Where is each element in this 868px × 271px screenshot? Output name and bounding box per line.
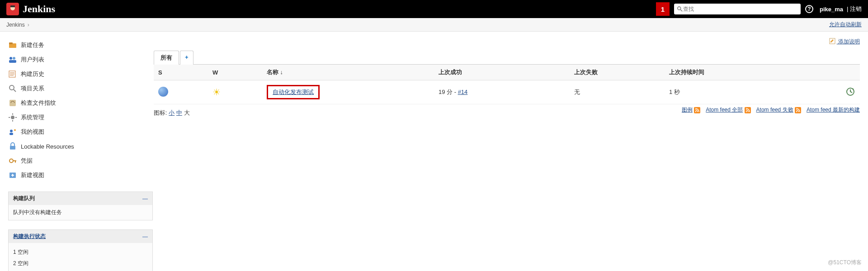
edit-icon <box>829 38 835 44</box>
add-description-link[interactable]: 添加说明 <box>829 38 860 45</box>
table-row: ☀ 自动化发布测试 19 分 - #14 无 1 秒 <box>154 80 860 104</box>
feed-latest[interactable]: Atom feed 最新的构建 <box>807 107 860 113</box>
creds-icon <box>8 156 17 165</box>
svg-rect-8 <box>9 60 16 63</box>
sidebar-task-label[interactable]: 检查文件指纹 <box>21 99 56 107</box>
executor-row: 1 空闲 <box>13 247 148 258</box>
sidebar-task-label[interactable]: 项目关系 <box>21 84 44 93</box>
sidebar-task[interactable]: 用户列表 <box>8 52 149 67</box>
last-success-cell: 19 分 - #14 <box>434 80 570 104</box>
feed-fail[interactable]: Atom feed 失败 <box>756 107 793 113</box>
tab-add-view[interactable]: + <box>180 51 193 65</box>
build-link[interactable]: #14 <box>458 89 468 95</box>
svg-point-33 <box>695 111 696 112</box>
build-queue-panel: 构建队列 — 队列中没有构建任务 <box>8 192 153 220</box>
search-input[interactable] <box>683 6 798 12</box>
highlight-box: 自动化发布测试 <box>267 85 320 99</box>
schedule-build-icon[interactable] <box>845 91 855 98</box>
icon-size-small[interactable]: 小 <box>169 109 175 116</box>
sidebar-task-label[interactable]: 用户列表 <box>21 56 44 64</box>
sidebar-task[interactable]: 我的视图 <box>8 125 149 139</box>
sidebar-task[interactable]: 检查文件指纹 <box>8 96 149 110</box>
col-duration[interactable]: 上次持续时间 <box>665 65 833 80</box>
sidebar-task-label[interactable]: 我的视图 <box>21 128 44 136</box>
collapse-icon[interactable]: — <box>142 196 148 202</box>
svg-rect-5 <box>9 42 13 44</box>
svg-point-7 <box>13 57 15 60</box>
sidebar-task-label[interactable]: 系统管理 <box>21 113 44 121</box>
duration-cell: 1 秒 <box>665 80 833 104</box>
svg-point-25 <box>9 159 13 163</box>
svg-rect-1 <box>10 5 15 7</box>
legend-link[interactable]: 图例 <box>682 107 693 113</box>
last-failure-cell: 无 <box>570 80 665 104</box>
svg-point-23 <box>14 129 16 131</box>
icon-size-picker: 图标: 小 中 大 <box>154 104 190 120</box>
executor-title[interactable]: 构建执行状态 <box>13 233 46 240</box>
executor-row: 2 空闲 <box>13 258 148 269</box>
sidebar-task-label[interactable]: Lockable Resources <box>21 143 74 150</box>
breadcrumb: Jenkins › 允许自动刷新 <box>0 18 868 32</box>
sidebar-task[interactable]: 系统管理 <box>8 110 149 125</box>
col-last-failure[interactable]: 上次失败 <box>570 65 665 80</box>
breadcrumb-root[interactable]: Jenkins <box>6 22 25 28</box>
svg-point-13 <box>9 85 14 90</box>
sidebar-task[interactable]: 项目关系 <box>8 81 149 96</box>
tab-all[interactable]: 所有 <box>154 51 179 65</box>
svg-point-34 <box>745 111 746 112</box>
collapse-icon[interactable]: — <box>142 234 148 240</box>
jobs-table: S W 名称 ↓ 上次成功 上次失败 上次持续时间 ☀ 自动化发布测试 19 分… <box>154 65 860 104</box>
topbar: Jenkins 1 ? pike_ma | 注销 <box>0 0 868 18</box>
job-name-link[interactable]: 自动化发布测试 <box>273 89 314 95</box>
sidebar-task[interactable]: 构建历史 <box>8 67 149 81</box>
svg-line-3 <box>680 9 682 11</box>
icon-size-medium[interactable]: 中 <box>176 109 182 116</box>
people-icon <box>8 55 17 64</box>
notification-badge[interactable]: 1 <box>656 2 670 16</box>
sidebar: 新建任务用户列表构建历史项目关系检查文件指纹系统管理我的视图Lockable R… <box>0 32 154 271</box>
jenkins-logo[interactable]: Jenkins <box>6 3 55 15</box>
svg-point-6 <box>9 57 12 60</box>
build-queue-empty: 队列中没有构建任务 <box>9 205 152 220</box>
new-icon <box>8 41 17 50</box>
svg-rect-22 <box>9 133 13 135</box>
username[interactable]: pike_ma <box>820 6 843 13</box>
sidebar-task[interactable]: 凭据 <box>8 154 149 168</box>
sidebar-task-label[interactable]: 构建历史 <box>21 70 44 78</box>
feed-all[interactable]: Atom feed 全部 <box>706 107 743 113</box>
logout-link[interactable]: | 注销 <box>847 5 862 13</box>
rss-icon <box>745 107 751 113</box>
sidebar-task-label[interactable]: 凭据 <box>21 157 33 165</box>
sidebar-task[interactable]: 新建视图 <box>8 168 149 182</box>
rss-icon <box>694 107 700 113</box>
col-weather[interactable]: W <box>208 65 262 80</box>
svg-line-14 <box>14 89 16 92</box>
col-last-success[interactable]: 上次成功 <box>434 65 570 80</box>
auto-refresh-link[interactable]: 允许自动刷新 <box>829 21 862 28</box>
sidebar-task[interactable]: Lockable Resources <box>8 139 149 154</box>
col-name[interactable]: 名称 ↓ <box>262 65 434 80</box>
newview-icon <box>8 171 17 180</box>
icon-size-large: 大 <box>184 109 190 116</box>
executor-panel: 构建执行状态 — 1 空闲2 空闲 <box>8 229 153 271</box>
main-panel: 添加说明 所有 + S W 名称 ↓ 上次成功 上次失败 上次持续时间 <box>154 32 868 271</box>
myview-icon <box>8 127 17 136</box>
rss-icon <box>795 107 801 113</box>
watermark: @51CTO博客 <box>828 259 862 266</box>
search-box[interactable] <box>674 4 801 14</box>
sidebar-task[interactable]: 新建任务 <box>8 38 149 52</box>
col-schedule <box>833 65 860 80</box>
sidebar-task-label[interactable]: 新建视图 <box>21 171 44 179</box>
logo-text: Jenkins <box>23 3 55 15</box>
task-list: 新建任务用户列表构建历史项目关系检查文件指纹系统管理我的视图Lockable R… <box>8 38 149 182</box>
svg-point-2 <box>678 7 681 10</box>
help-icon[interactable]: ? <box>805 5 813 13</box>
sidebar-task-label[interactable]: 新建任务 <box>21 41 44 49</box>
build-queue-title: 构建队列 <box>13 195 35 202</box>
weather-sun-icon: ☀ <box>212 87 221 97</box>
svg-rect-24 <box>10 146 15 150</box>
history-icon <box>8 70 17 79</box>
col-status[interactable]: S <box>154 65 208 80</box>
search-icon <box>677 6 683 12</box>
svg-rect-15 <box>9 100 16 106</box>
